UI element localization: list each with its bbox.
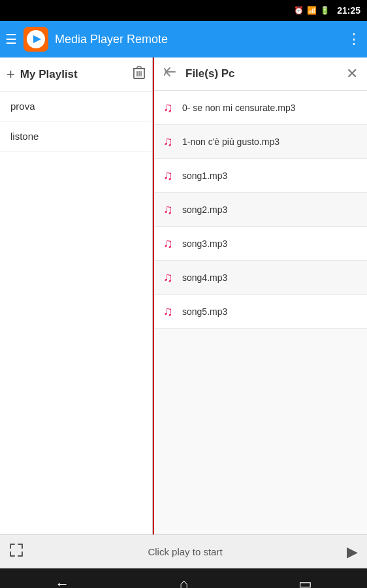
playlist-item[interactable]: listone bbox=[0, 122, 152, 152]
nav-recents-icon[interactable]: ▭ bbox=[298, 576, 312, 588]
music-note-icon: ♫ bbox=[163, 202, 173, 217]
file-name: 0- se non mi censurate.mp3 bbox=[182, 103, 296, 113]
right-panel: File(s) Pc ✕ ♫ 0- se non mi censurate.mp… bbox=[153, 57, 367, 534]
file-item[interactable]: ♫ song5.mp3 bbox=[153, 295, 367, 329]
music-note-icon: ♫ bbox=[163, 236, 173, 251]
close-button[interactable]: ✕ bbox=[346, 65, 358, 82]
file-name: 1-non c'è più gusto.mp3 bbox=[182, 137, 279, 147]
music-note-icon: ♫ bbox=[163, 304, 173, 319]
file-name: song5.mp3 bbox=[182, 306, 227, 317]
app-bar: ☰ Media Player Remote ⋮ bbox=[0, 21, 367, 57]
left-panel: + My Playlist prova listone bbox=[0, 57, 153, 534]
file-list: ♫ 0- se non mi censurate.mp3 ♫ 1-non c'è… bbox=[153, 91, 367, 534]
file-name: song4.mp3 bbox=[182, 272, 227, 283]
playlist-header: + My Playlist bbox=[0, 57, 152, 91]
fullscreen-button[interactable] bbox=[9, 543, 24, 561]
play-button[interactable]: ▶ bbox=[347, 544, 358, 561]
nav-back-icon[interactable]: ← bbox=[55, 576, 69, 588]
main-content: + My Playlist prova listone bbox=[0, 57, 367, 534]
bottom-bar: Click play to start ▶ bbox=[0, 534, 367, 568]
file-browser-header: File(s) Pc ✕ bbox=[153, 57, 367, 91]
file-item[interactable]: ♫ song1.mp3 bbox=[153, 159, 367, 193]
status-bar-icons: ⏰ 📶 🔋 21:25 bbox=[294, 5, 360, 16]
file-item[interactable]: ♫ 0- se non mi censurate.mp3 bbox=[153, 91, 367, 125]
file-name: song2.mp3 bbox=[182, 204, 227, 215]
status-bar: ⏰ 📶 🔋 21:25 bbox=[0, 0, 367, 21]
file-item[interactable]: ♫ 1-non c'è più gusto.mp3 bbox=[153, 125, 367, 159]
back-button[interactable] bbox=[162, 64, 178, 84]
music-note-icon: ♫ bbox=[163, 168, 173, 183]
more-options-icon[interactable]: ⋮ bbox=[347, 31, 362, 48]
playlist-item-label: prova bbox=[10, 101, 35, 112]
hamburger-menu-icon[interactable]: ☰ bbox=[5, 31, 17, 47]
panel-divider bbox=[153, 57, 154, 534]
playlist-items: prova listone bbox=[0, 91, 152, 534]
file-name: song3.mp3 bbox=[182, 238, 227, 249]
add-playlist-button[interactable]: + bbox=[7, 66, 15, 83]
app-title: Media Player Remote bbox=[55, 33, 347, 46]
music-note-icon: ♫ bbox=[163, 100, 173, 115]
file-name: song1.mp3 bbox=[182, 171, 227, 181]
wifi-icon: 📶 bbox=[307, 6, 317, 15]
alarm-icon: ⏰ bbox=[294, 6, 304, 15]
svg-rect-5 bbox=[137, 67, 141, 69]
file-item[interactable]: ♫ song2.mp3 bbox=[153, 193, 367, 227]
music-note-icon: ♫ bbox=[163, 270, 173, 285]
delete-playlist-button[interactable] bbox=[133, 65, 146, 83]
battery-icon: 🔋 bbox=[320, 6, 330, 15]
file-item[interactable]: ♫ song4.mp3 bbox=[153, 261, 367, 295]
nav-bar-1: ← ⌂ ▭ bbox=[0, 568, 367, 588]
status-time: 21:25 bbox=[337, 5, 360, 16]
file-item[interactable]: ♫ song3.mp3 bbox=[153, 227, 367, 261]
playlist-item-label: listone bbox=[10, 131, 39, 142]
playback-status: Click play to start bbox=[24, 546, 347, 557]
app-logo bbox=[24, 27, 48, 52]
file-browser-title: File(s) Pc bbox=[185, 67, 346, 80]
playlist-title: My Playlist bbox=[20, 68, 133, 81]
nav-home-icon[interactable]: ⌂ bbox=[180, 576, 188, 588]
playlist-item[interactable]: prova bbox=[0, 91, 152, 122]
music-note-icon: ♫ bbox=[163, 134, 173, 149]
